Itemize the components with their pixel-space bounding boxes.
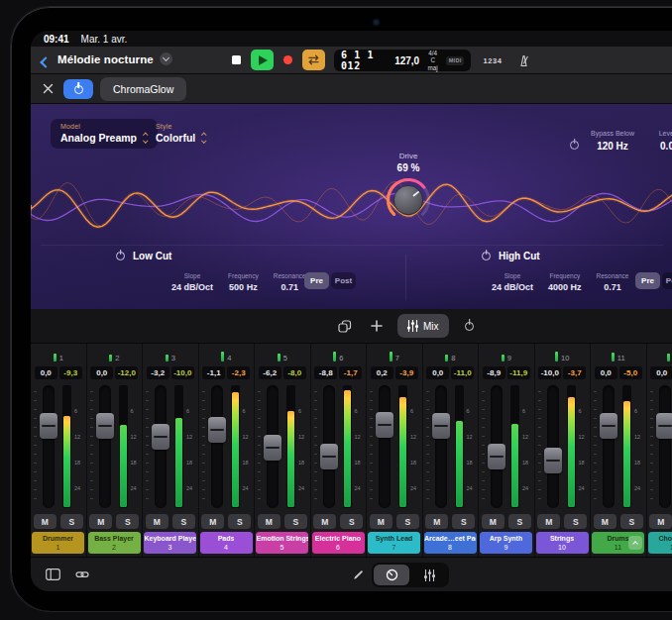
fader-handle[interactable] xyxy=(152,424,169,450)
peak-value[interactable]: -8,0 xyxy=(283,366,306,379)
mute-button[interactable]: M xyxy=(649,514,672,529)
solo-button[interactable]: S xyxy=(116,514,139,529)
track-name-tab[interactable]: Pads4 xyxy=(200,532,253,554)
fader-handle[interactable] xyxy=(40,413,57,439)
volume-value[interactable]: 0,0 xyxy=(90,366,113,379)
volume-value[interactable]: -1,1 xyxy=(202,366,225,379)
track-name-tab[interactable]: Drummer1 xyxy=(32,532,84,554)
mute-button[interactable]: M xyxy=(313,514,336,529)
count-in-button[interactable]: 1234 xyxy=(479,51,506,70)
volume-value[interactable]: 0,0 xyxy=(426,366,449,379)
peak-value[interactable]: -1,7 xyxy=(339,366,362,379)
high-cut-slope[interactable]: Slope 24 dB/Oct xyxy=(492,272,533,292)
track-name-tab[interactable]: Drums11 xyxy=(592,532,644,554)
solo-button[interactable]: S xyxy=(340,514,363,529)
solo-button[interactable]: S xyxy=(60,514,83,529)
fader-handle[interactable] xyxy=(264,435,281,461)
browser-panel-button[interactable] xyxy=(41,565,64,584)
plugin-tab[interactable]: ChromaGlow xyxy=(100,77,186,101)
expand-chevron-button[interactable] xyxy=(628,536,642,550)
volume-value[interactable]: -10,0 xyxy=(538,366,561,379)
plugin-power-button[interactable] xyxy=(63,79,93,99)
mute-button[interactable]: M xyxy=(482,514,504,529)
low-cut-post-button[interactable]: Post xyxy=(331,272,356,289)
high-cut-power-button[interactable] xyxy=(482,252,491,260)
level-control[interactable]: Level 0.0 xyxy=(645,130,672,152)
mix-view-button[interactable]: Mix xyxy=(397,314,449,338)
volume-value[interactable]: -8,8 xyxy=(314,366,337,379)
mute-button[interactable]: M xyxy=(425,514,448,529)
knob-view-button[interactable] xyxy=(374,565,409,585)
mute-button[interactable]: M xyxy=(34,514,56,529)
mixer-power-button[interactable] xyxy=(459,315,481,337)
track-name-tab[interactable]: Synth Lead7 xyxy=(368,532,420,554)
mute-button[interactable]: M xyxy=(537,514,560,529)
track-name-tab[interactable]: Chorus V12 xyxy=(648,532,672,554)
fader-view-button[interactable] xyxy=(411,565,447,585)
low-cut-power-button[interactable] xyxy=(116,252,125,260)
model-selector[interactable]: Model Analog Preamp xyxy=(51,119,158,149)
fader-handle[interactable] xyxy=(544,448,562,473)
volume-value[interactable]: 0,0 xyxy=(595,366,617,379)
solo-button[interactable]: S xyxy=(228,514,251,529)
fader-handle[interactable] xyxy=(432,413,450,439)
volume-value[interactable]: -8,9 xyxy=(483,366,505,379)
song-title-menu[interactable]: Mélodie nocturne xyxy=(57,52,172,65)
record-button[interactable] xyxy=(277,50,299,70)
peak-value[interactable]: -11,0 xyxy=(451,366,474,379)
volume-value[interactable]: 0,2 xyxy=(371,366,393,379)
low-cut-resonance[interactable]: Resonance 0.71 xyxy=(274,272,306,292)
bypass-power-button[interactable] xyxy=(570,138,579,153)
metronome-button[interactable] xyxy=(512,51,534,70)
track-name-tab[interactable]: Arcade…eet Pad8 xyxy=(424,532,477,554)
volume-value[interactable]: 0,0 xyxy=(35,366,57,379)
drive-control[interactable]: Drive 69 % xyxy=(380,152,437,224)
solo-button[interactable]: S xyxy=(564,514,587,529)
solo-button[interactable]: S xyxy=(452,514,475,529)
close-plugin-button[interactable] xyxy=(43,83,54,94)
copy-settings-button[interactable] xyxy=(334,315,356,337)
solo-button[interactable]: S xyxy=(508,514,531,529)
solo-button[interactable]: S xyxy=(396,514,419,529)
track-name-tab[interactable]: Electric Piano6 xyxy=(312,532,365,554)
fader-handle[interactable] xyxy=(376,412,393,438)
low-cut-frequency[interactable]: Frequency 500 Hz xyxy=(228,272,259,292)
volume-value[interactable]: 0,0 xyxy=(650,366,672,379)
bypass-below-control[interactable]: Bypass Below 120 Hz xyxy=(586,130,639,152)
mute-button[interactable]: M xyxy=(594,514,616,529)
cycle-button[interactable] xyxy=(302,50,325,70)
volume-value[interactable]: -6,2 xyxy=(259,366,281,379)
mute-button[interactable]: M xyxy=(146,514,168,529)
solo-button[interactable]: S xyxy=(620,514,643,529)
mute-button[interactable]: M xyxy=(201,514,224,529)
peak-value[interactable]: -11,9 xyxy=(507,366,530,379)
fader-handle[interactable] xyxy=(96,413,114,439)
fader-handle[interactable] xyxy=(656,413,672,439)
mute-button[interactable]: M xyxy=(370,514,392,529)
mute-button[interactable]: M xyxy=(258,514,280,529)
solo-button[interactable]: S xyxy=(284,514,307,529)
high-cut-post-button[interactable]: Post xyxy=(662,272,672,289)
peak-value[interactable]: -3,9 xyxy=(395,366,418,379)
fader-handle[interactable] xyxy=(320,444,338,469)
peak-value[interactable]: -5,0 xyxy=(619,366,642,379)
track-name-tab[interactable]: Bass Player2 xyxy=(88,532,141,554)
low-cut-slope[interactable]: Slope 24 dB/Oct xyxy=(171,272,213,292)
peak-value[interactable]: -12,0 xyxy=(115,366,138,379)
stop-button[interactable] xyxy=(225,50,248,70)
solo-button[interactable]: S xyxy=(172,514,195,529)
peak-value[interactable]: -9,3 xyxy=(59,366,82,379)
routing-button[interactable] xyxy=(70,565,94,584)
style-selector[interactable]: Style Colorful xyxy=(146,119,216,149)
fader-handle[interactable] xyxy=(600,413,617,439)
peak-value[interactable]: -10,0 xyxy=(171,366,194,379)
volume-value[interactable]: -3,2 xyxy=(147,366,169,379)
play-button[interactable] xyxy=(251,50,274,70)
peak-value[interactable]: -3,7 xyxy=(563,366,586,379)
lcd-display[interactable]: 6 1 1 012 127,0 4/4 C maj MIDI xyxy=(334,50,471,71)
high-cut-resonance[interactable]: Resonance 0.71 xyxy=(597,272,629,292)
mute-button[interactable]: M xyxy=(89,514,112,529)
fader-handle[interactable] xyxy=(208,417,226,443)
peak-value[interactable]: -2,3 xyxy=(227,366,250,379)
track-name-tab[interactable]: Emotion Strings5 xyxy=(256,532,308,554)
